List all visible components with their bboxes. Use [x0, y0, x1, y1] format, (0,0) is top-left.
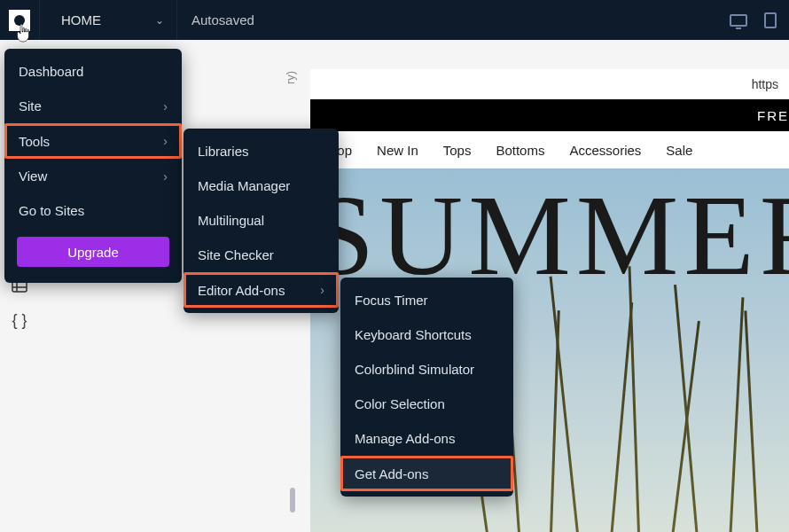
app-logo-button[interactable] [0, 0, 40, 40]
panel-label-truncated: ry) [284, 71, 297, 84]
scrollbar-thumb[interactable] [290, 488, 295, 512]
addon-item-colorblind-simulator[interactable]: Colorblind Simulator [340, 352, 513, 387]
braces-icon: { } [12, 311, 27, 330]
addon-item-manage-addons[interactable]: Manage Add-ons [340, 421, 513, 456]
url-scheme: https [752, 77, 778, 91]
addon-item-label: Color Selection [355, 396, 445, 411]
menu-item-go-to-sites[interactable]: Go to Sites [4, 193, 182, 228]
submenu-item-label: Editor Add-ons [198, 283, 285, 298]
addon-item-keyboard-shortcuts[interactable]: Keyboard Shortcuts [340, 317, 513, 352]
tablet-icon [764, 12, 777, 28]
nav-link-bottoms[interactable]: Bottoms [496, 143, 544, 158]
chevron-down-icon: ⌄ [155, 14, 164, 27]
submenu-item-site-checker[interactable]: Site Checker [184, 238, 339, 272]
menu-item-label: Tools [19, 134, 50, 149]
upgrade-wrap: Upgrade [4, 228, 182, 278]
chevron-right-icon: › [320, 283, 324, 297]
promo-strip: FRE [310, 99, 789, 131]
monitor-icon [730, 14, 747, 27]
addon-item-label: Colorblind Simulator [355, 362, 474, 377]
submenu-item-multilingual[interactable]: Multilingual [184, 203, 339, 238]
nav-link-new-in[interactable]: New In [377, 143, 418, 158]
addon-item-label: Manage Add-ons [355, 431, 455, 446]
nav-link-sale[interactable]: Sale [666, 143, 692, 158]
submenu-item-media-manager[interactable]: Media Manager [184, 168, 339, 203]
addon-item-label: Get Add-ons [355, 466, 428, 481]
submenu-item-label: Media Manager [198, 178, 290, 193]
addon-item-get-addons[interactable]: Get Add-ons [340, 456, 513, 491]
rail-code-icon[interactable]: { } [10, 310, 29, 330]
home-dropdown[interactable]: HOME ⌄ [40, 0, 177, 40]
submenu-item-label: Site Checker [198, 247, 274, 262]
autosave-status: Autosaved [177, 12, 254, 27]
tools-submenu: Libraries Media Manager Multilingual Sit… [184, 129, 339, 313]
editor-addons-submenu: Focus Timer Keyboard Shortcuts Colorblin… [340, 278, 513, 497]
menu-item-site[interactable]: Site › [4, 89, 182, 123]
menu-item-label: Site [19, 98, 42, 113]
menu-item-view[interactable]: View › [4, 159, 182, 193]
left-rail: { } [0, 275, 39, 330]
tablet-preview-button[interactable] [761, 11, 780, 30]
submenu-item-label: Multilingual [198, 213, 264, 228]
menu-item-tools[interactable]: Tools › [4, 123, 182, 159]
site-nav: Shop New In Tops Bottoms Accessories Sal… [310, 131, 789, 168]
submenu-item-libraries[interactable]: Libraries [184, 134, 339, 168]
nav-link-accessories[interactable]: Accessories [569, 143, 641, 158]
chevron-right-icon: › [163, 169, 168, 184]
addon-item-focus-timer[interactable]: Focus Timer [340, 283, 513, 317]
top-bar: HOME ⌄ Autosaved [0, 0, 789, 40]
menu-item-label: Go to Sites [19, 203, 84, 218]
main-menu: Dashboard Site › Tools › View › Go to Si… [4, 49, 182, 283]
menu-item-dashboard[interactable]: Dashboard [4, 54, 182, 89]
device-preview-group [729, 11, 789, 30]
menu-item-label: Dashboard [19, 64, 83, 79]
promo-text: FRE [757, 108, 789, 123]
url-bar: https [310, 69, 789, 99]
home-label: HOME [61, 12, 101, 27]
addon-item-label: Focus Timer [355, 293, 428, 308]
chevron-right-icon: › [163, 134, 168, 148]
addon-item-color-selection[interactable]: Color Selection [340, 387, 513, 421]
app-logo-icon [9, 10, 30, 31]
chevron-right-icon: › [163, 99, 168, 113]
upgrade-button[interactable]: Upgrade [17, 237, 169, 267]
addon-item-label: Keyboard Shortcuts [355, 327, 472, 342]
submenu-item-editor-addons[interactable]: Editor Add-ons › [184, 272, 339, 308]
desktop-preview-button[interactable] [729, 11, 748, 30]
submenu-item-label: Libraries [198, 144, 249, 159]
menu-item-label: View [19, 168, 47, 184]
nav-link-tops[interactable]: Tops [443, 143, 472, 158]
